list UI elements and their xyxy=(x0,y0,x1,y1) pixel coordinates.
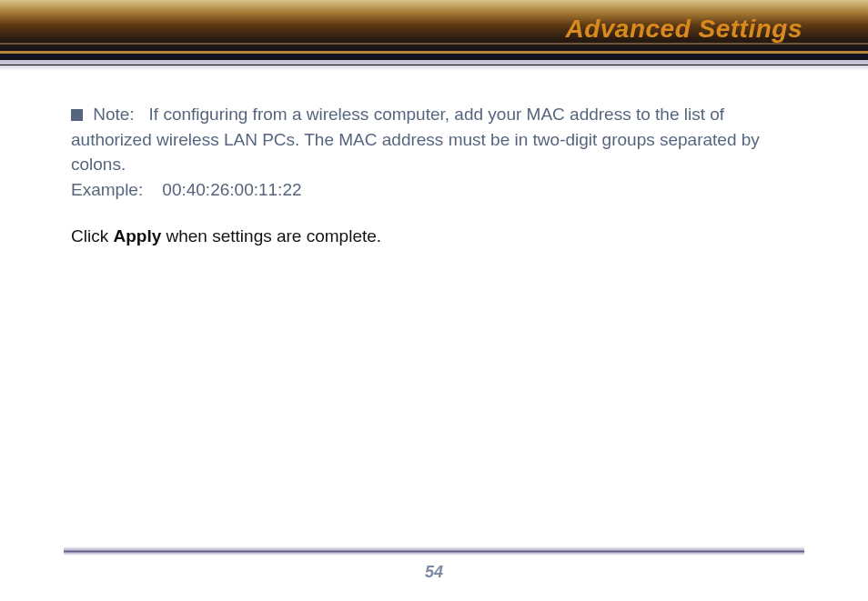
note-body: If configuring from a wireless computer,… xyxy=(71,105,760,174)
note-example-label: Example: xyxy=(71,180,143,199)
apply-instruction: Click Apply when settings are complete. xyxy=(71,224,797,249)
page-number: 54 xyxy=(0,563,868,582)
header-stripe xyxy=(0,65,868,71)
square-bullet-icon xyxy=(71,109,83,121)
page-title: Advanced Settings xyxy=(565,15,802,44)
note-paragraph: Note: If configuring from a wireless com… xyxy=(71,102,797,202)
page-content: Note: If configuring from a wireless com… xyxy=(0,71,868,249)
header-stripe xyxy=(0,55,868,58)
header-stripe xyxy=(0,51,868,54)
footer-divider xyxy=(64,546,804,556)
header-stripe xyxy=(0,60,868,65)
page-header: Advanced Settings xyxy=(0,0,868,71)
apply-suffix: when settings are complete. xyxy=(161,226,381,245)
note-example-value: 00:40:26:00:11:22 xyxy=(162,180,301,199)
apply-bold-word: Apply xyxy=(113,226,161,245)
apply-prefix: Click xyxy=(71,226,113,245)
page-footer: 54 xyxy=(0,546,868,601)
note-label: Note: xyxy=(93,105,134,124)
